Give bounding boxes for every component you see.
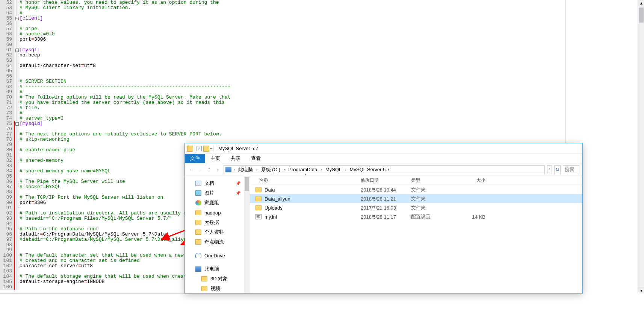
folder-icon [201, 276, 207, 281]
ribbon-tab-1[interactable]: 主页 [205, 154, 225, 163]
folder-icon [201, 286, 207, 291]
folder-icon [195, 230, 201, 235]
ribbon-tabs: 文件主页共享查看 [185, 154, 582, 163]
fold-toggle[interactable]: − [15, 122, 19, 126]
row-date: 2018/5/28 11:17 [361, 214, 411, 220]
column-date[interactable]: 修改日期 [361, 177, 411, 184]
nav-item[interactable]: 大数据 [185, 217, 250, 227]
nav-item-label: 视频 [210, 285, 220, 292]
column-size[interactable]: 大小 [461, 177, 489, 184]
address-bar[interactable]: › 此电脑›系统 (C:)›ProgramData›MySQL›MySQL Se… [224, 165, 545, 174]
nav-scroll-thumb[interactable] [245, 177, 249, 191]
nav-item[interactable]: hadoop [185, 208, 250, 217]
nav-item-label: hadoop [204, 210, 221, 216]
breadcrumb-segment[interactable]: MySQL [324, 167, 343, 172]
chevron-right-icon[interactable]: › [255, 167, 258, 172]
column-name[interactable]: 名称 [250, 177, 361, 184]
chevron-right-icon[interactable]: › [320, 167, 323, 172]
folder-icon [255, 187, 262, 192]
cloud-icon [195, 253, 201, 258]
nav-item-label: 个人资料 [204, 229, 224, 236]
file-row[interactable]: Uploads2017/7/21 16:03文件夹 [250, 203, 582, 212]
pc-icon [225, 167, 231, 172]
row-name: Uploads [265, 205, 361, 211]
fold-column[interactable]: │││−│││││−│││││││││││││−││││││││││││││││… [14, 0, 20, 290]
nav-item-label: 此电脑 [204, 266, 219, 272]
quick-access-toggle[interactable] [197, 146, 202, 151]
editor-vertical-scrollbar[interactable]: ▴ ▾ [638, 0, 644, 294]
row-name: Data_aliyun [265, 196, 361, 202]
nav-item[interactable]: 文档📌 [185, 178, 250, 188]
file-row[interactable]: my.ini2018/5/28 11:17配置设置14 KB [250, 212, 582, 221]
row-type: 文件夹 [411, 186, 461, 193]
chevron-right-icon[interactable]: › [233, 167, 236, 172]
nav-item[interactable]: 家庭组 [185, 198, 250, 208]
nav-forward-button[interactable]: → [197, 165, 204, 175]
ribbon-tab-0[interactable]: 文件 [185, 154, 205, 163]
nav-scrollbar[interactable] [244, 176, 250, 293]
nav-item-label: OneDrive [204, 253, 225, 259]
nav-item[interactable]: 3D 对象 [185, 274, 250, 284]
row-type: 配置设置 [411, 213, 461, 220]
file-row[interactable]: Data_aliyun2018/5/28 11:21文件夹 [250, 194, 582, 203]
nav-item-label: 3D 对象 [210, 275, 228, 282]
qa-dropdown-icon[interactable]: ▾ [210, 146, 212, 151]
column-type[interactable]: 类型 [411, 177, 461, 184]
nav-up-button[interactable]: ↑ [215, 165, 221, 175]
row-name: Data [265, 187, 361, 193]
folder-icon [195, 210, 201, 215]
line-gutter: 5253545556575859606162636465666768697071… [0, 0, 14, 290]
nav-item[interactable]: OneDrive [185, 251, 250, 260]
search-input[interactable]: 搜索 [563, 165, 579, 174]
file-explorer-window[interactable]: ▾ MySQL Server 5.7 文件主页共享查看 ← → ˅ ↑ › 此电… [184, 143, 583, 294]
folder-icon [195, 220, 201, 225]
breadcrumb-segment[interactable]: MySQL Server 5.7 [349, 167, 391, 172]
column-headers[interactable]: 名称 修改日期 类型 大小 [250, 176, 582, 185]
search-placeholder: 搜索 [565, 166, 574, 173]
folder-icon [255, 205, 262, 210]
fold-toggle[interactable]: − [15, 49, 19, 52]
nav-item-label: 图片 [204, 190, 214, 196]
address-dropdown[interactable]: ˅ [547, 165, 552, 174]
pc-icon [195, 266, 201, 272]
row-date: 2018/5/28 11:21 [361, 196, 411, 202]
pin-icon: 📌 [236, 181, 241, 186]
row-type: 文件夹 [411, 204, 461, 211]
ribbon-tab-3[interactable]: 查看 [246, 154, 266, 163]
refresh-button[interactable]: ↻ [554, 165, 561, 174]
nav-item[interactable]: 此电脑 [185, 264, 250, 274]
scroll-up-button[interactable]: ▴ [638, 0, 644, 6]
separator [213, 145, 214, 152]
ribbon-tab-2[interactable]: 共享 [225, 154, 246, 163]
file-list[interactable]: 名称 修改日期 类型 大小 Data2018/5/28 10:44文件夹Data… [250, 176, 582, 293]
window-title: MySQL Server 5.7 [218, 146, 258, 151]
nav-item[interactable]: 图片📌 [185, 188, 250, 198]
breadcrumb-segment[interactable]: 此电脑 [237, 166, 254, 173]
breadcrumb-segment[interactable]: 系统 (C:) [260, 166, 281, 173]
nav-item-label: 奇点物流 [204, 239, 224, 245]
fold-toggle[interactable]: − [15, 17, 19, 20]
nav-item-label: 大数据 [204, 219, 219, 226]
nav-back-button[interactable]: ← [188, 165, 195, 175]
explorer-titlebar[interactable]: ▾ MySQL Server 5.7 [185, 143, 582, 154]
navigation-pane[interactable]: 文档📌图片📌家庭组hadoop大数据个人资料奇点物流OneDrive此电脑3D … [185, 176, 250, 293]
address-toolbar: ← → ˅ ↑ › 此电脑›系统 (C:)›ProgramData›MySQL›… [185, 163, 582, 176]
separator [195, 145, 195, 152]
folder-icon [203, 146, 209, 152]
chevron-right-icon[interactable]: › [283, 167, 286, 172]
pin-icon: 📌 [236, 191, 241, 196]
chevron-right-icon[interactable]: › [344, 167, 347, 172]
group-icon [195, 200, 201, 205]
nav-item[interactable]: 个人资料 [185, 227, 250, 237]
nav-recent-dropdown[interactable]: ˅ [206, 165, 212, 175]
nav-item[interactable]: 奇点物流 [185, 237, 250, 247]
pic-icon [195, 190, 201, 196]
scroll-down-button[interactable]: ▾ [638, 287, 644, 294]
nav-item-label: 文档 [204, 180, 214, 187]
scroll-thumb[interactable] [639, 8, 644, 23]
file-row[interactable]: Data2018/5/28 10:44文件夹 [250, 185, 582, 194]
nav-item[interactable]: 视频 [185, 284, 250, 293]
row-size: 14 KB [461, 214, 489, 220]
breadcrumb-segment[interactable]: ProgramData [287, 167, 318, 172]
folder-icon [255, 196, 262, 201]
